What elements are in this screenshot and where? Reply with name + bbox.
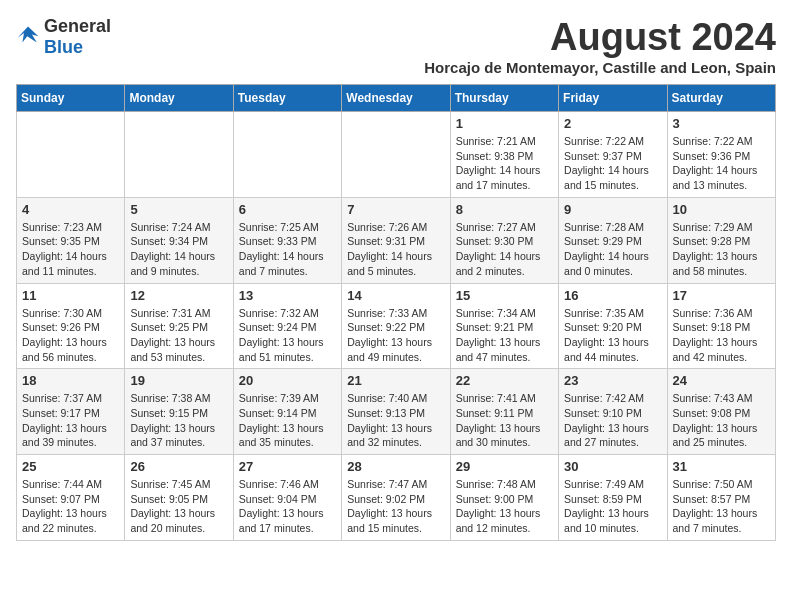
- day-number: 1: [456, 116, 553, 131]
- calendar-cell: 30Sunrise: 7:49 AM Sunset: 8:59 PM Dayli…: [559, 455, 667, 541]
- day-info: Sunrise: 7:30 AM Sunset: 9:26 PM Dayligh…: [22, 306, 119, 365]
- day-number: 8: [456, 202, 553, 217]
- day-number: 23: [564, 373, 661, 388]
- main-title: August 2024: [424, 16, 776, 59]
- day-info: Sunrise: 7:22 AM Sunset: 9:36 PM Dayligh…: [673, 134, 770, 193]
- day-info: Sunrise: 7:26 AM Sunset: 9:31 PM Dayligh…: [347, 220, 444, 279]
- day-number: 20: [239, 373, 336, 388]
- calendar-header-row: SundayMondayTuesdayWednesdayThursdayFrid…: [17, 85, 776, 112]
- calendar-week-3: 11Sunrise: 7:30 AM Sunset: 9:26 PM Dayli…: [17, 283, 776, 369]
- day-info: Sunrise: 7:28 AM Sunset: 9:29 PM Dayligh…: [564, 220, 661, 279]
- subtitle: Horcajo de Montemayor, Castille and Leon…: [424, 59, 776, 76]
- day-number: 14: [347, 288, 444, 303]
- calendar-cell: 9Sunrise: 7:28 AM Sunset: 9:29 PM Daylig…: [559, 197, 667, 283]
- day-number: 28: [347, 459, 444, 474]
- day-info: Sunrise: 7:38 AM Sunset: 9:15 PM Dayligh…: [130, 391, 227, 450]
- calendar-cell: 18Sunrise: 7:37 AM Sunset: 9:17 PM Dayli…: [17, 369, 125, 455]
- calendar-cell: [342, 112, 450, 198]
- calendar-cell: 5Sunrise: 7:24 AM Sunset: 9:34 PM Daylig…: [125, 197, 233, 283]
- calendar-cell: 21Sunrise: 7:40 AM Sunset: 9:13 PM Dayli…: [342, 369, 450, 455]
- day-info: Sunrise: 7:22 AM Sunset: 9:37 PM Dayligh…: [564, 134, 661, 193]
- day-info: Sunrise: 7:21 AM Sunset: 9:38 PM Dayligh…: [456, 134, 553, 193]
- day-number: 10: [673, 202, 770, 217]
- logo: General Blue: [16, 16, 111, 58]
- calendar-week-4: 18Sunrise: 7:37 AM Sunset: 9:17 PM Dayli…: [17, 369, 776, 455]
- calendar-cell: 15Sunrise: 7:34 AM Sunset: 9:21 PM Dayli…: [450, 283, 558, 369]
- calendar-cell: 22Sunrise: 7:41 AM Sunset: 9:11 PM Dayli…: [450, 369, 558, 455]
- calendar-cell: 2Sunrise: 7:22 AM Sunset: 9:37 PM Daylig…: [559, 112, 667, 198]
- calendar-cell: 17Sunrise: 7:36 AM Sunset: 9:18 PM Dayli…: [667, 283, 775, 369]
- day-number: 15: [456, 288, 553, 303]
- day-info: Sunrise: 7:23 AM Sunset: 9:35 PM Dayligh…: [22, 220, 119, 279]
- day-number: 7: [347, 202, 444, 217]
- calendar-cell: 10Sunrise: 7:29 AM Sunset: 9:28 PM Dayli…: [667, 197, 775, 283]
- calendar-week-1: 1Sunrise: 7:21 AM Sunset: 9:38 PM Daylig…: [17, 112, 776, 198]
- day-number: 30: [564, 459, 661, 474]
- calendar-cell: 8Sunrise: 7:27 AM Sunset: 9:30 PM Daylig…: [450, 197, 558, 283]
- day-number: 9: [564, 202, 661, 217]
- day-header-saturday: Saturday: [667, 85, 775, 112]
- calendar-week-2: 4Sunrise: 7:23 AM Sunset: 9:35 PM Daylig…: [17, 197, 776, 283]
- day-info: Sunrise: 7:32 AM Sunset: 9:24 PM Dayligh…: [239, 306, 336, 365]
- day-info: Sunrise: 7:37 AM Sunset: 9:17 PM Dayligh…: [22, 391, 119, 450]
- day-info: Sunrise: 7:48 AM Sunset: 9:00 PM Dayligh…: [456, 477, 553, 536]
- day-info: Sunrise: 7:33 AM Sunset: 9:22 PM Dayligh…: [347, 306, 444, 365]
- day-number: 5: [130, 202, 227, 217]
- day-number: 22: [456, 373, 553, 388]
- day-header-monday: Monday: [125, 85, 233, 112]
- logo-text: General Blue: [44, 16, 111, 58]
- day-info: Sunrise: 7:49 AM Sunset: 8:59 PM Dayligh…: [564, 477, 661, 536]
- day-number: 6: [239, 202, 336, 217]
- calendar-cell: 16Sunrise: 7:35 AM Sunset: 9:20 PM Dayli…: [559, 283, 667, 369]
- day-header-sunday: Sunday: [17, 85, 125, 112]
- day-info: Sunrise: 7:45 AM Sunset: 9:05 PM Dayligh…: [130, 477, 227, 536]
- header: General Blue August 2024 Horcajo de Mont…: [16, 16, 776, 76]
- day-number: 27: [239, 459, 336, 474]
- day-number: 29: [456, 459, 553, 474]
- calendar-cell: 24Sunrise: 7:43 AM Sunset: 9:08 PM Dayli…: [667, 369, 775, 455]
- calendar-cell: 20Sunrise: 7:39 AM Sunset: 9:14 PM Dayli…: [233, 369, 341, 455]
- calendar: SundayMondayTuesdayWednesdayThursdayFrid…: [16, 84, 776, 541]
- calendar-cell: [233, 112, 341, 198]
- calendar-cell: 14Sunrise: 7:33 AM Sunset: 9:22 PM Dayli…: [342, 283, 450, 369]
- day-number: 16: [564, 288, 661, 303]
- calendar-cell: 28Sunrise: 7:47 AM Sunset: 9:02 PM Dayli…: [342, 455, 450, 541]
- calendar-cell: 19Sunrise: 7:38 AM Sunset: 9:15 PM Dayli…: [125, 369, 233, 455]
- day-number: 18: [22, 373, 119, 388]
- day-number: 17: [673, 288, 770, 303]
- calendar-cell: 13Sunrise: 7:32 AM Sunset: 9:24 PM Dayli…: [233, 283, 341, 369]
- calendar-cell: 27Sunrise: 7:46 AM Sunset: 9:04 PM Dayli…: [233, 455, 341, 541]
- svg-marker-0: [18, 27, 39, 43]
- day-number: 25: [22, 459, 119, 474]
- day-header-wednesday: Wednesday: [342, 85, 450, 112]
- day-number: 31: [673, 459, 770, 474]
- day-info: Sunrise: 7:46 AM Sunset: 9:04 PM Dayligh…: [239, 477, 336, 536]
- day-info: Sunrise: 7:43 AM Sunset: 9:08 PM Dayligh…: [673, 391, 770, 450]
- day-info: Sunrise: 7:34 AM Sunset: 9:21 PM Dayligh…: [456, 306, 553, 365]
- day-info: Sunrise: 7:44 AM Sunset: 9:07 PM Dayligh…: [22, 477, 119, 536]
- calendar-cell: 1Sunrise: 7:21 AM Sunset: 9:38 PM Daylig…: [450, 112, 558, 198]
- day-header-tuesday: Tuesday: [233, 85, 341, 112]
- day-header-friday: Friday: [559, 85, 667, 112]
- day-number: 19: [130, 373, 227, 388]
- calendar-cell: 6Sunrise: 7:25 AM Sunset: 9:33 PM Daylig…: [233, 197, 341, 283]
- day-info: Sunrise: 7:36 AM Sunset: 9:18 PM Dayligh…: [673, 306, 770, 365]
- day-info: Sunrise: 7:31 AM Sunset: 9:25 PM Dayligh…: [130, 306, 227, 365]
- calendar-cell: 31Sunrise: 7:50 AM Sunset: 8:57 PM Dayli…: [667, 455, 775, 541]
- calendar-cell: 7Sunrise: 7:26 AM Sunset: 9:31 PM Daylig…: [342, 197, 450, 283]
- calendar-cell: 12Sunrise: 7:31 AM Sunset: 9:25 PM Dayli…: [125, 283, 233, 369]
- day-info: Sunrise: 7:47 AM Sunset: 9:02 PM Dayligh…: [347, 477, 444, 536]
- day-number: 4: [22, 202, 119, 217]
- calendar-cell: 4Sunrise: 7:23 AM Sunset: 9:35 PM Daylig…: [17, 197, 125, 283]
- day-number: 2: [564, 116, 661, 131]
- day-info: Sunrise: 7:50 AM Sunset: 8:57 PM Dayligh…: [673, 477, 770, 536]
- calendar-cell: 3Sunrise: 7:22 AM Sunset: 9:36 PM Daylig…: [667, 112, 775, 198]
- calendar-cell: [17, 112, 125, 198]
- calendar-week-5: 25Sunrise: 7:44 AM Sunset: 9:07 PM Dayli…: [17, 455, 776, 541]
- day-number: 12: [130, 288, 227, 303]
- day-number: 11: [22, 288, 119, 303]
- calendar-cell: 29Sunrise: 7:48 AM Sunset: 9:00 PM Dayli…: [450, 455, 558, 541]
- day-info: Sunrise: 7:40 AM Sunset: 9:13 PM Dayligh…: [347, 391, 444, 450]
- calendar-cell: 11Sunrise: 7:30 AM Sunset: 9:26 PM Dayli…: [17, 283, 125, 369]
- logo-bird-icon: [16, 25, 40, 49]
